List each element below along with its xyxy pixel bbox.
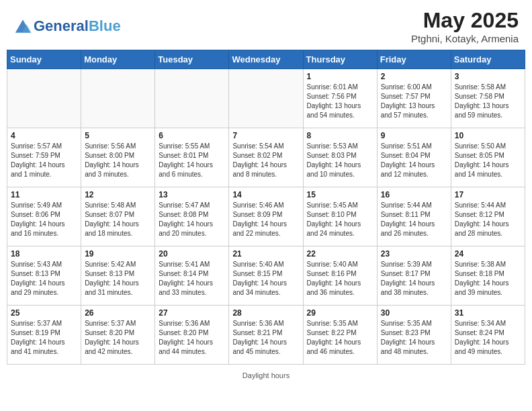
cell-date: 10 bbox=[455, 131, 521, 140]
footer: Daylight hours bbox=[0, 367, 532, 382]
cell-info: Sunrise: 5:54 AMSunset: 8:02 PMDaylight:… bbox=[232, 142, 299, 179]
table-row: 3Sunrise: 5:58 AMSunset: 7:58 PMDaylight… bbox=[451, 69, 525, 128]
cell-info: Sunrise: 5:49 AMSunset: 8:06 PMDaylight:… bbox=[11, 201, 77, 238]
cell-info: Sunrise: 5:57 AMSunset: 7:59 PMDaylight:… bbox=[11, 142, 77, 179]
cell-date: 1 bbox=[307, 72, 373, 81]
table-row: 18Sunrise: 5:43 AMSunset: 8:13 PMDayligh… bbox=[7, 246, 81, 306]
cell-date: 29 bbox=[307, 308, 373, 318]
table-row: 10Sunrise: 5:50 AMSunset: 8:05 PMDayligh… bbox=[451, 128, 525, 187]
table-row: 14Sunrise: 5:46 AMSunset: 8:09 PMDayligh… bbox=[229, 187, 303, 246]
cell-info: Sunrise: 5:40 AMSunset: 8:15 PMDaylight:… bbox=[232, 260, 299, 298]
table-row: 13Sunrise: 5:47 AMSunset: 8:08 PMDayligh… bbox=[155, 187, 229, 246]
cell-date: 18 bbox=[11, 249, 77, 259]
cell-info: Sunrise: 5:44 AMSunset: 8:11 PMDaylight:… bbox=[381, 201, 447, 238]
cell-date: 22 bbox=[307, 249, 373, 259]
table-row bbox=[81, 69, 155, 128]
cell-info: Sunrise: 5:38 AMSunset: 8:18 PMDaylight:… bbox=[455, 260, 521, 298]
header-saturday: Saturday bbox=[451, 50, 525, 69]
table-row: 16Sunrise: 5:44 AMSunset: 8:11 PMDayligh… bbox=[377, 187, 451, 246]
cell-date: 13 bbox=[159, 190, 225, 199]
header-tuesday: Tuesday bbox=[155, 50, 229, 69]
cell-date: 7 bbox=[232, 131, 299, 140]
table-row: 7Sunrise: 5:54 AMSunset: 8:02 PMDaylight… bbox=[229, 128, 303, 187]
cell-info: Sunrise: 5:41 AMSunset: 8:14 PMDaylight:… bbox=[159, 260, 225, 298]
cell-info: Sunrise: 6:00 AMSunset: 7:57 PMDaylight:… bbox=[381, 83, 447, 120]
table-row: 25Sunrise: 5:37 AMSunset: 8:19 PMDayligh… bbox=[7, 306, 81, 365]
weekday-header-row: Sunday Monday Tuesday Wednesday Thursday… bbox=[7, 50, 525, 69]
cell-info: Sunrise: 6:01 AMSunset: 7:56 PMDaylight:… bbox=[307, 83, 373, 120]
cell-date: 20 bbox=[159, 249, 225, 259]
table-row: 4Sunrise: 5:57 AMSunset: 7:59 PMDaylight… bbox=[7, 128, 81, 187]
calendar-week-row: 1Sunrise: 6:01 AMSunset: 7:56 PMDaylight… bbox=[7, 69, 525, 128]
cell-date: 19 bbox=[85, 249, 151, 259]
table-row: 28Sunrise: 5:36 AMSunset: 8:21 PMDayligh… bbox=[229, 306, 303, 365]
cell-date: 14 bbox=[232, 190, 299, 199]
table-row bbox=[155, 69, 229, 128]
table-row: 24Sunrise: 5:38 AMSunset: 8:18 PMDayligh… bbox=[451, 246, 525, 306]
cell-info: Sunrise: 5:35 AMSunset: 8:22 PMDaylight:… bbox=[307, 319, 373, 357]
cell-date: 30 bbox=[381, 308, 447, 318]
header-wednesday: Wednesday bbox=[229, 50, 303, 69]
cell-date: 12 bbox=[85, 190, 151, 199]
cell-info: Sunrise: 5:51 AMSunset: 8:04 PMDaylight:… bbox=[381, 142, 447, 179]
cell-date: 3 bbox=[455, 72, 521, 81]
header-monday: Monday bbox=[81, 50, 155, 69]
header-friday: Friday bbox=[377, 50, 451, 69]
calendar-week-row: 18Sunrise: 5:43 AMSunset: 8:13 PMDayligh… bbox=[7, 246, 525, 306]
cell-info: Sunrise: 5:42 AMSunset: 8:13 PMDaylight:… bbox=[85, 260, 151, 298]
title-block: May 2025 Ptghni, Kotayk, Armenia bbox=[411, 8, 519, 44]
table-row: 17Sunrise: 5:44 AMSunset: 8:12 PMDayligh… bbox=[451, 187, 525, 246]
table-row: 22Sunrise: 5:40 AMSunset: 8:16 PMDayligh… bbox=[303, 246, 377, 306]
cell-info: Sunrise: 5:44 AMSunset: 8:12 PMDaylight:… bbox=[455, 201, 521, 238]
table-row: 19Sunrise: 5:42 AMSunset: 8:13 PMDayligh… bbox=[81, 246, 155, 306]
table-row: 27Sunrise: 5:36 AMSunset: 8:20 PMDayligh… bbox=[155, 306, 229, 365]
header-sunday: Sunday bbox=[7, 50, 81, 69]
cell-date: 17 bbox=[455, 190, 521, 199]
cell-info: Sunrise: 5:37 AMSunset: 8:19 PMDaylight:… bbox=[11, 319, 77, 357]
table-row bbox=[229, 69, 303, 128]
table-row: 26Sunrise: 5:37 AMSunset: 8:20 PMDayligh… bbox=[81, 306, 155, 365]
cell-info: Sunrise: 5:50 AMSunset: 8:05 PMDaylight:… bbox=[455, 142, 521, 179]
cell-info: Sunrise: 5:47 AMSunset: 8:08 PMDaylight:… bbox=[159, 201, 225, 238]
cell-info: Sunrise: 5:39 AMSunset: 8:17 PMDaylight:… bbox=[381, 260, 447, 298]
calendar-table: Sunday Monday Tuesday Wednesday Thursday… bbox=[7, 50, 525, 365]
table-row: 12Sunrise: 5:48 AMSunset: 8:07 PMDayligh… bbox=[81, 187, 155, 246]
cell-info: Sunrise: 5:55 AMSunset: 8:01 PMDaylight:… bbox=[159, 142, 225, 179]
cell-date: 31 bbox=[455, 308, 521, 318]
table-row: 11Sunrise: 5:49 AMSunset: 8:06 PMDayligh… bbox=[7, 187, 81, 246]
cell-info: Sunrise: 5:45 AMSunset: 8:10 PMDaylight:… bbox=[307, 201, 373, 238]
cell-info: Sunrise: 5:46 AMSunset: 8:09 PMDaylight:… bbox=[232, 201, 299, 238]
calendar-week-row: 11Sunrise: 5:49 AMSunset: 8:06 PMDayligh… bbox=[7, 187, 525, 246]
cell-info: Sunrise: 5:48 AMSunset: 8:07 PMDaylight:… bbox=[85, 201, 151, 238]
table-row: 5Sunrise: 5:56 AMSunset: 8:00 PMDaylight… bbox=[81, 128, 155, 187]
cell-info: Sunrise: 5:37 AMSunset: 8:20 PMDaylight:… bbox=[85, 319, 151, 357]
cell-info: Sunrise: 5:58 AMSunset: 7:58 PMDaylight:… bbox=[455, 83, 521, 120]
table-row: 31Sunrise: 5:34 AMSunset: 8:24 PMDayligh… bbox=[451, 306, 525, 365]
calendar-title: May 2025 bbox=[411, 8, 519, 33]
table-row: 21Sunrise: 5:40 AMSunset: 8:15 PMDayligh… bbox=[229, 246, 303, 306]
calendar-week-row: 4Sunrise: 5:57 AMSunset: 7:59 PMDaylight… bbox=[7, 128, 525, 187]
cell-date: 21 bbox=[232, 249, 299, 259]
logo-general: General bbox=[34, 19, 89, 34]
cell-date: 5 bbox=[85, 131, 151, 140]
cell-date: 25 bbox=[11, 308, 77, 318]
cell-date: 27 bbox=[159, 308, 225, 318]
cell-info: Sunrise: 5:43 AMSunset: 8:13 PMDaylight:… bbox=[11, 260, 77, 298]
table-row: 2Sunrise: 6:00 AMSunset: 7:57 PMDaylight… bbox=[377, 69, 451, 128]
table-row: 29Sunrise: 5:35 AMSunset: 8:22 PMDayligh… bbox=[303, 306, 377, 365]
cell-date: 23 bbox=[381, 249, 447, 259]
cell-info: Sunrise: 5:34 AMSunset: 8:24 PMDaylight:… bbox=[455, 319, 521, 357]
table-row: 23Sunrise: 5:39 AMSunset: 8:17 PMDayligh… bbox=[377, 246, 451, 306]
calendar-subtitle: Ptghni, Kotayk, Armenia bbox=[411, 33, 519, 44]
cell-date: 28 bbox=[232, 308, 299, 318]
cell-date: 11 bbox=[11, 190, 77, 199]
logo-icon bbox=[13, 17, 32, 36]
table-row: 6Sunrise: 5:55 AMSunset: 8:01 PMDaylight… bbox=[155, 128, 229, 187]
cell-info: Sunrise: 5:36 AMSunset: 8:21 PMDaylight:… bbox=[232, 319, 299, 357]
table-row: 30Sunrise: 5:35 AMSunset: 8:23 PMDayligh… bbox=[377, 306, 451, 365]
cell-date: 24 bbox=[455, 249, 521, 259]
table-row: 15Sunrise: 5:45 AMSunset: 8:10 PMDayligh… bbox=[303, 187, 377, 246]
table-row: 8Sunrise: 5:53 AMSunset: 8:03 PMDaylight… bbox=[303, 128, 377, 187]
cell-info: Sunrise: 5:36 AMSunset: 8:20 PMDaylight:… bbox=[159, 319, 225, 357]
cell-date: 9 bbox=[381, 131, 447, 140]
